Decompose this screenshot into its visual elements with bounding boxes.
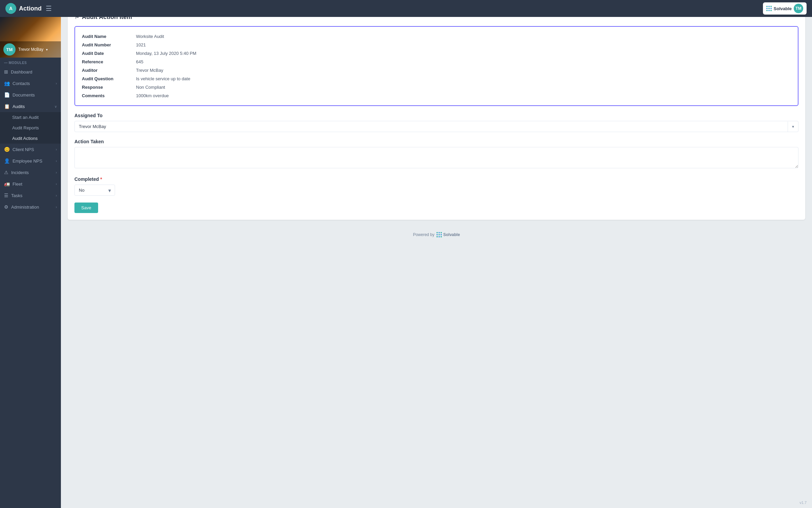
footer-solvable-icon — [436, 232, 442, 237]
chevron-right-icon: › — [56, 205, 57, 209]
navbar-left: A Actiond ☰ — [5, 3, 52, 14]
logo-icon: A — [5, 3, 16, 14]
solvable-dots-icon — [766, 6, 772, 11]
audit-number-row: Audit Number 1021 — [82, 41, 791, 49]
sidebar-item-incidents[interactable]: ⚠ Incidents › — [0, 167, 61, 178]
auditor-label: Auditor — [82, 68, 136, 73]
audit-name-label: Audit Name — [82, 34, 136, 39]
sidebar-item-label: Dashboard — [11, 69, 32, 75]
assigned-to-wrapper: Trevor McBay ▾ — [74, 121, 798, 132]
solvable-badge: Solvable TM — [763, 2, 807, 15]
documents-icon: 📄 — [4, 92, 10, 98]
powered-by-text: Powered by — [413, 232, 434, 237]
completed-select[interactable]: No Yes — [74, 185, 115, 196]
sidebar-item-audits[interactable]: 📋 Audits ∨ — [0, 101, 61, 112]
sidebar-item-label: Tasks — [11, 193, 22, 198]
administration-icon: ⚙ — [4, 204, 8, 210]
employee-nps-icon: 👤 — [4, 158, 10, 164]
chevron-right-icon: › — [56, 148, 57, 151]
sidebar-item-client-nps[interactable]: 😊 Client NPS › — [0, 144, 61, 155]
audit-date-value: Monday, 13 July 2020 5:40 PM — [136, 51, 196, 56]
sidebar-item-label: Incidents — [11, 170, 29, 175]
comments-value: 1000km overdue — [136, 93, 169, 98]
sidebar-item-employee-nps[interactable]: 👤 Employee NPS › — [0, 155, 61, 167]
footer-solvable: Solvable — [436, 232, 460, 237]
app-name: Actiond — [19, 5, 42, 12]
sidebar-item-tasks[interactable]: ☰ Tasks › — [0, 190, 61, 201]
chevron-right-icon: › — [56, 159, 57, 163]
audit-date-label: Audit Date — [82, 51, 136, 56]
sidebar-item-audit-actions[interactable]: Audit Actions — [0, 133, 61, 144]
auditor-row: Auditor Trevor McBay — [82, 66, 791, 75]
sidebar-item-administration[interactable]: ⚙ Administration › — [0, 201, 61, 213]
sidebar-user-section: TM Trevor McBay ▾ — [0, 17, 61, 58]
dashboard-icon: ⊞ — [4, 69, 8, 75]
comments-row: Comments 1000km overdue — [82, 91, 791, 100]
hamburger-button[interactable]: ☰ — [46, 4, 52, 13]
response-label: Response — [82, 85, 136, 90]
action-taken-label: Action Taken — [74, 139, 798, 144]
sidebar-item-label: Fleet — [13, 182, 22, 187]
navbar-user-avatar: TM — [794, 4, 803, 13]
sidebar-user-info: TM Trevor McBay ▾ — [0, 41, 61, 58]
fleet-icon: 🚛 — [4, 181, 10, 187]
client-nps-icon: 😊 — [4, 147, 10, 152]
response-value: Non Compliant — [136, 85, 165, 90]
action-taken-section: Action Taken — [74, 139, 798, 170]
required-indicator: * — [100, 176, 102, 182]
user-name: Trevor McBay — [18, 47, 43, 52]
assigned-to-chevron-icon[interactable]: ▾ — [788, 122, 798, 132]
sidebar-item-label: Documents — [13, 92, 35, 98]
auditor-value: Trevor McBay — [136, 68, 163, 73]
chevron-right-icon: › — [56, 171, 57, 174]
sidebar-nav: ⊞ Dashboard 👥 Contacts › 📄 Documents 📋 A… — [0, 66, 61, 508]
sidebar-item-start-audit[interactable]: Start an Audit — [0, 112, 61, 123]
sidebar-item-label: Contacts — [13, 81, 30, 86]
user-caret-icon[interactable]: ▾ — [46, 48, 48, 51]
response-row: Response Non Compliant — [82, 83, 791, 91]
audit-number-label: Audit Number — [82, 42, 136, 47]
reference-value: 645 — [136, 59, 143, 64]
footer-solvable-label: Solvable — [443, 232, 460, 237]
audit-question-value: Is vehicle service up to date — [136, 76, 190, 81]
app-logo: A Actiond — [5, 3, 42, 14]
sidebar-item-documents[interactable]: 📄 Documents — [0, 89, 61, 101]
audits-submenu: Start an Audit Audit Reports Audit Actio… — [0, 112, 61, 144]
chevron-right-icon: › — [56, 194, 57, 197]
modules-label: — MODULES — [0, 58, 61, 66]
sidebar-item-audit-reports[interactable]: Audit Reports — [0, 123, 61, 133]
top-navbar: A Actiond ☰ Solvable TM — [0, 0, 812, 17]
sidebar: TM Trevor McBay ▾ — MODULES ⊞ Dashboard … — [0, 17, 61, 508]
audits-icon: 📋 — [4, 104, 10, 109]
completed-section: Completed * No Yes — [74, 176, 798, 196]
audit-name-value: Worksite Audit — [136, 34, 164, 39]
chevron-down-icon: ∨ — [54, 105, 57, 108]
version-label: v1.7 — [799, 501, 807, 505]
audit-name-row: Audit Name Worksite Audit — [82, 32, 791, 41]
chevron-right-icon: › — [56, 82, 57, 85]
sidebar-item-label: Administration — [11, 205, 39, 210]
reference-row: Reference 645 — [82, 58, 791, 66]
assigned-to-label: Assigned To — [74, 113, 798, 118]
incidents-icon: ⚠ — [4, 170, 8, 175]
assigned-to-value: Trevor McBay — [75, 121, 788, 132]
navbar-right: Solvable TM — [763, 2, 807, 15]
assigned-to-section: Assigned To Trevor McBay ▾ — [74, 113, 798, 132]
solvable-label: Solvable — [774, 6, 792, 11]
sidebar-item-dashboard[interactable]: ⊞ Dashboard — [0, 66, 61, 78]
audit-question-label: Audit Question — [82, 76, 136, 81]
tasks-icon: ☰ — [4, 193, 8, 198]
main-content: ⚑ Audit Action Item Audit Name Worksite … — [61, 0, 812, 491]
sidebar-item-label: Client NPS — [13, 147, 34, 152]
audit-date-row: Audit Date Monday, 13 July 2020 5:40 PM — [82, 49, 791, 58]
contacts-icon: 👥 — [4, 81, 10, 86]
sidebar-item-fleet[interactable]: 🚛 Fleet › — [0, 178, 61, 190]
sidebar-item-label: Audits — [13, 104, 25, 109]
sidebar-item-contacts[interactable]: 👥 Contacts › — [0, 78, 61, 89]
footer: Powered by Solvable — [68, 225, 805, 244]
action-taken-input[interactable] — [74, 147, 798, 168]
sidebar-item-label: Employee NPS — [13, 158, 42, 164]
avatar: TM — [3, 43, 16, 56]
save-button[interactable]: Save — [74, 203, 98, 213]
audit-action-card: ⚑ Audit Action Item Audit Name Worksite … — [68, 7, 805, 220]
